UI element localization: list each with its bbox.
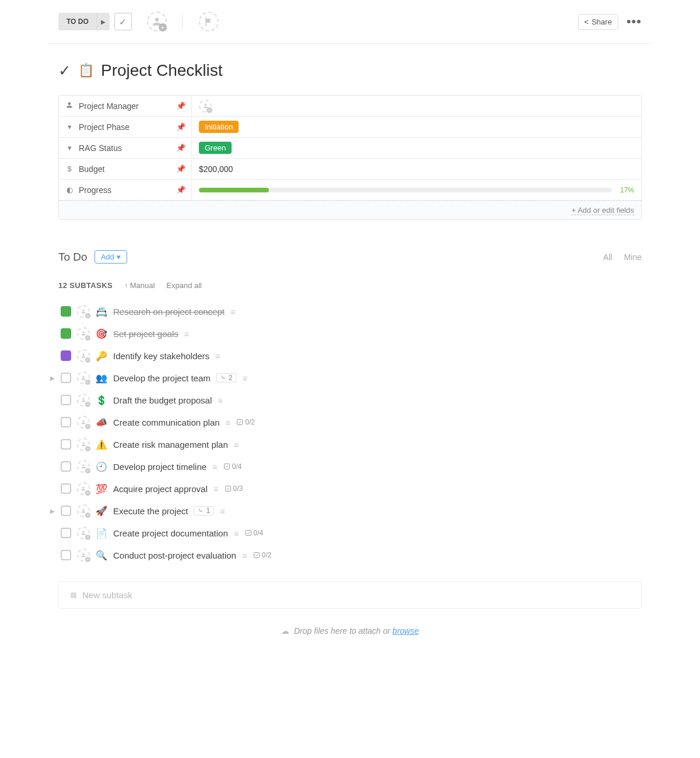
task-title[interactable]: Execute the project xyxy=(113,506,188,516)
filter-all[interactable]: All xyxy=(603,252,612,262)
task-title[interactable]: Acquire project approval xyxy=(113,484,208,494)
checklist-count[interactable]: 0/4 xyxy=(223,462,242,471)
task-status[interactable] xyxy=(61,528,71,538)
description-icon[interactable]: ≡ xyxy=(226,417,231,427)
task-assignee[interactable] xyxy=(77,349,90,362)
task-assignee[interactable] xyxy=(77,416,90,429)
description-icon[interactable]: ≡ xyxy=(242,550,247,560)
task-row[interactable]: ⚠️Create risk management plan≡ xyxy=(58,433,642,455)
check-icon: ✓ xyxy=(58,62,71,80)
add-subtask-button[interactable]: Add ▾ xyxy=(94,250,127,264)
field-value[interactable]: $200,000 xyxy=(192,161,641,177)
more-button[interactable]: ••• xyxy=(626,14,642,29)
share-button[interactable]: < Share xyxy=(578,14,618,30)
task-assignee[interactable] xyxy=(77,371,90,384)
task-assignee[interactable] xyxy=(77,460,90,473)
task-assignee[interactable] xyxy=(77,482,90,495)
task-status[interactable] xyxy=(61,395,71,405)
task-assignee[interactable] xyxy=(77,438,90,451)
priority-button[interactable] xyxy=(199,12,219,31)
task-row[interactable]: 📣Create communication plan≡ 0/2 xyxy=(58,411,642,433)
field-value[interactable]: 17% xyxy=(192,183,641,198)
task-row[interactable]: 🕘Develop project timeline≡ 0/4 xyxy=(58,455,642,478)
task-assignee[interactable] xyxy=(77,527,90,539)
task-status[interactable] xyxy=(61,328,71,339)
description-icon[interactable]: ≡ xyxy=(234,528,239,538)
task-row[interactable]: 🔑Identify key stakeholders≡ xyxy=(58,345,642,367)
task-row[interactable]: ▶🚀Execute the project 1≡ xyxy=(58,500,642,522)
task-title[interactable]: Draft the budget proposal xyxy=(113,395,212,405)
new-subtask-input[interactable]: New subtask xyxy=(58,581,642,609)
task-row[interactable]: 📄Create project documentation≡ 0/4 xyxy=(58,522,642,544)
description-icon[interactable]: ≡ xyxy=(215,351,220,361)
task-assignee[interactable] xyxy=(77,327,90,340)
task-title[interactable]: Create communication plan xyxy=(113,417,220,427)
task-assignee[interactable] xyxy=(77,394,90,406)
task-row[interactable]: 💯Acquire project approval≡ 0/3 xyxy=(58,478,642,500)
task-title[interactable]: Create project documentation xyxy=(113,528,228,538)
field-value[interactable]: Initiation xyxy=(192,117,641,136)
description-icon[interactable]: ≡ xyxy=(214,484,219,494)
add-edit-fields-button[interactable]: + Add or edit fields xyxy=(572,206,634,215)
task-assignee[interactable] xyxy=(77,549,90,562)
description-icon[interactable]: ≡ xyxy=(218,395,223,405)
task-status[interactable] xyxy=(61,550,71,560)
filter-mine[interactable]: Mine xyxy=(624,252,642,262)
pin-icon[interactable]: 📌 xyxy=(176,185,186,194)
subtask-count[interactable]: 2 xyxy=(216,373,237,382)
status-button[interactable]: TO DO ▶ xyxy=(58,13,110,30)
status-next-icon[interactable]: ▶ xyxy=(97,13,110,30)
checklist-count[interactable]: 0/3 xyxy=(225,485,243,493)
pin-icon[interactable]: 📌 xyxy=(176,164,186,173)
expand-icon[interactable]: ▶ xyxy=(50,375,56,381)
pin-icon[interactable]: 📌 xyxy=(176,101,186,110)
task-row[interactable]: 📇Research on project concept≡ xyxy=(58,300,642,322)
description-icon[interactable]: ≡ xyxy=(242,373,247,383)
drop-zone[interactable]: ☁ Drop files here to attach or browse xyxy=(47,609,653,644)
task-title[interactable]: Conduct post-project evaluation xyxy=(113,550,236,560)
task-status[interactable] xyxy=(61,373,71,383)
field-value[interactable] xyxy=(192,96,641,116)
task-title[interactable]: Set project goals xyxy=(113,329,178,339)
description-icon[interactable]: ≡ xyxy=(230,307,236,317)
assign-button[interactable]: + xyxy=(147,12,167,31)
task-status[interactable] xyxy=(61,483,71,494)
checklist-count[interactable]: 0/2 xyxy=(236,418,255,426)
assignee-placeholder[interactable] xyxy=(199,100,212,113)
task-status[interactable] xyxy=(61,439,71,450)
sort-button[interactable]: ↑ Manual xyxy=(124,281,155,290)
page-title[interactable]: Project Checklist xyxy=(101,61,223,80)
mark-complete-button[interactable]: ✓ xyxy=(114,13,132,30)
task-status[interactable] xyxy=(61,350,71,361)
task-row[interactable]: 🔍Conduct post-project evaluation≡ 0/2 xyxy=(58,544,642,566)
pin-icon[interactable]: 📌 xyxy=(176,143,186,152)
expand-all-button[interactable]: Expand all xyxy=(166,281,202,290)
description-icon[interactable]: ≡ xyxy=(212,462,218,472)
task-title[interactable]: Identify key stakeholders xyxy=(113,351,209,361)
task-row[interactable]: 💲Draft the budget proposal≡ xyxy=(58,389,642,411)
task-status[interactable] xyxy=(61,506,71,516)
task-title[interactable]: Develop project timeline xyxy=(113,462,206,472)
task-assignee[interactable] xyxy=(77,504,90,517)
checklist-count[interactable]: 0/4 xyxy=(245,529,264,537)
task-row[interactable]: ▶👥Develop the project team 2≡ xyxy=(58,367,642,389)
description-icon[interactable]: ≡ xyxy=(220,506,225,516)
task-title[interactable]: Create risk management plan xyxy=(113,440,228,450)
expand-icon[interactable]: ▶ xyxy=(50,508,56,514)
field-label: Budget xyxy=(79,164,104,174)
description-icon[interactable]: ≡ xyxy=(184,329,190,339)
task-row[interactable]: 🎯Set project goals≡ xyxy=(58,322,642,345)
svg-rect-4 xyxy=(254,553,259,558)
pin-icon[interactable]: 📌 xyxy=(176,122,186,131)
task-status[interactable] xyxy=(61,461,71,472)
browse-link[interactable]: browse xyxy=(393,626,419,636)
task-status[interactable] xyxy=(61,306,71,317)
task-title[interactable]: Develop the project team xyxy=(113,373,211,383)
task-title[interactable]: Research on project concept xyxy=(113,307,225,317)
checklist-count[interactable]: 0/2 xyxy=(253,551,272,559)
subtask-count[interactable]: 1 xyxy=(194,506,214,515)
task-status[interactable] xyxy=(61,417,71,427)
task-assignee[interactable] xyxy=(77,305,90,318)
field-value[interactable]: Green xyxy=(192,138,641,157)
description-icon[interactable]: ≡ xyxy=(234,440,239,450)
